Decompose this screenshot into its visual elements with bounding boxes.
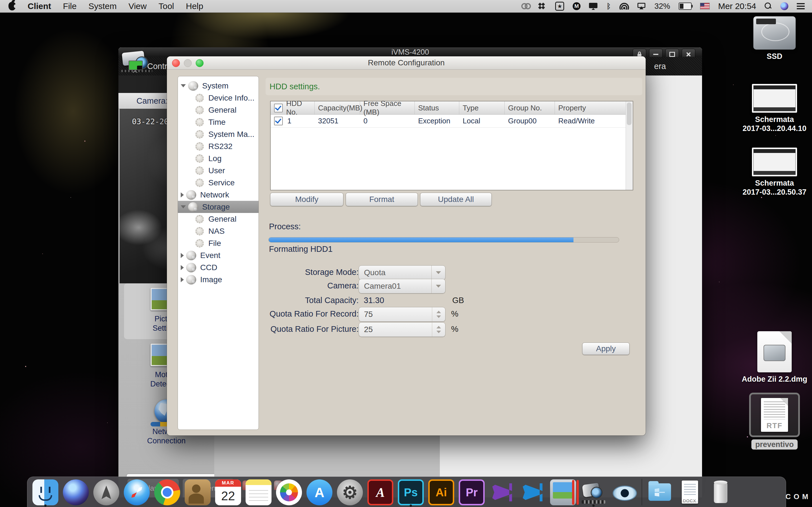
column-header-type[interactable]: Type <box>459 101 505 114</box>
quota-picture-input[interactable]: 25 <box>359 322 446 337</box>
tree-item-rs232[interactable]: RS232 <box>178 140 259 152</box>
dropbox-icon[interactable] <box>539 3 547 10</box>
display-icon[interactable] <box>589 3 598 10</box>
news-icon[interactable]: ★ <box>555 2 564 11</box>
menu-client[interactable]: Client <box>28 1 51 11</box>
camera-select-value: Camera01 <box>364 282 401 291</box>
dock-item-launchpad[interactable] <box>93 480 119 505</box>
dock-item-premiere[interactable]: Pr <box>459 480 485 505</box>
table-scrollbar[interactable] <box>626 101 633 190</box>
battery-icon[interactable] <box>679 3 692 10</box>
desktop-icon-ssd[interactable]: SSD <box>741 16 808 61</box>
tree-item-user[interactable]: User <box>178 165 259 177</box>
tree-caret-icon[interactable] <box>181 205 186 209</box>
bluetooth-icon[interactable]: ᛒ <box>606 3 611 10</box>
dock-item-photos[interactable] <box>276 480 302 505</box>
dock-item-calendar[interactable]: MAR22 <box>215 480 241 505</box>
column-header-free-space-mb-[interactable]: Free Space (MB) <box>360 101 415 114</box>
dock-item-vscode[interactable] <box>520 480 546 505</box>
spinner-arrows-icon[interactable] <box>432 323 445 337</box>
tree-item-general[interactable]: General <box>178 104 259 116</box>
airplay-icon[interactable] <box>638 3 646 10</box>
quota-record-input[interactable]: 75 <box>359 307 446 322</box>
dock-item-chrome[interactable] <box>154 480 180 505</box>
dock-item-illustrator[interactable]: Ai <box>428 480 454 505</box>
update-all-button[interactable]: Update All <box>420 193 492 206</box>
menu-tool[interactable]: Tool <box>158 1 174 11</box>
dock-item-siri[interactable] <box>63 480 89 505</box>
dock-item-eye[interactable] <box>611 480 637 505</box>
apple-menu-icon[interactable] <box>8 2 16 10</box>
macupdate-icon[interactable]: M <box>573 2 580 10</box>
tree-item-file[interactable]: File <box>178 237 259 249</box>
ivms-titlebar[interactable]: iVMS-4200 <box>118 47 702 57</box>
dock-item-acrobat[interactable]: A <box>367 480 393 505</box>
menu-system[interactable]: System <box>89 1 117 11</box>
tree-item-system[interactable]: System <box>178 80 259 92</box>
minimize-traffic-button[interactable] <box>184 59 192 67</box>
tree-item-system-ma-[interactable]: System Ma... <box>178 128 259 140</box>
tab-camera-fragment[interactable]: era <box>654 57 666 75</box>
tree-item-nas[interactable]: NAS <box>178 225 259 237</box>
format-button[interactable]: Format <box>346 193 418 206</box>
dock-item-parallels[interactable] <box>550 480 576 505</box>
dialog-titlebar[interactable]: Remote Configuration <box>167 56 646 69</box>
tree-item-time[interactable]: Time <box>178 116 259 128</box>
notification-center-icon[interactable] <box>797 3 805 9</box>
tree-caret-icon[interactable] <box>181 192 184 198</box>
dock-item-contacts[interactable] <box>185 480 211 505</box>
close-traffic-button[interactable] <box>172 59 180 67</box>
dock-item-sysprefs[interactable]: ⚙ <box>337 480 363 505</box>
dock-item-docx[interactable]: DOCX <box>677 480 703 505</box>
menu-file[interactable]: File <box>63 1 77 11</box>
apply-button[interactable]: Apply <box>582 342 629 355</box>
tree-caret-icon[interactable] <box>181 253 184 258</box>
dock-item-photoshop[interactable]: Ps <box>398 480 424 505</box>
tree-item-general[interactable]: General <box>178 213 259 225</box>
tree-caret-icon[interactable] <box>181 277 184 282</box>
zoom-traffic-button[interactable] <box>196 59 204 67</box>
dock-item-finder[interactable] <box>33 480 58 505</box>
tree-item-log[interactable]: Log <box>178 152 259 165</box>
menu-view[interactable]: View <box>129 1 147 11</box>
row-checkbox[interactable] <box>274 117 283 125</box>
column-header-property[interactable]: Property <box>555 101 626 114</box>
desktop-icon-screenshot-1[interactable]: Schermata2017-03...20.44.10 <box>741 84 808 133</box>
tree-item-ccd[interactable]: CCD <box>178 262 259 274</box>
column-header-status[interactable]: Status <box>415 101 459 114</box>
select-all-checkbox[interactable] <box>274 104 283 112</box>
us-flag-icon[interactable] <box>700 3 710 10</box>
desktop-icon-adobe-zii[interactable]: Adobe Zii 2.2.dmg <box>741 331 808 384</box>
menu-clock[interactable]: Mer 20:54 <box>718 1 756 11</box>
column-header-group-no-[interactable]: Group No. <box>505 101 555 114</box>
spotlight-icon[interactable] <box>765 3 772 10</box>
table-row[interactable]: 1320510ExceptionLocalGroup00Read/Write <box>271 115 633 128</box>
tree-item-service[interactable]: Service <box>178 177 259 189</box>
tree-caret-icon[interactable] <box>181 265 184 270</box>
dock-item-winfolder[interactable] <box>647 480 673 505</box>
tree-item-event[interactable]: Event <box>178 249 259 262</box>
column-header-capacity-mb-[interactable]: Capacity(MB) <box>315 101 360 114</box>
menu-help[interactable]: Help <box>186 1 203 11</box>
dock-item-trash[interactable] <box>708 480 733 505</box>
modify-button[interactable]: Modify <box>270 193 343 206</box>
desktop-icon-screenshot-2[interactable]: Schermata2017-03...20.50.37 <box>741 148 808 196</box>
tree-item-image[interactable]: Image <box>178 274 259 286</box>
dock-item-safari[interactable] <box>124 480 150 505</box>
dock-item-visualstudio[interactable] <box>489 480 515 505</box>
tree-item-device-info-[interactable]: Device Info... <box>178 92 259 104</box>
siri-icon[interactable] <box>780 2 788 10</box>
desktop-icon-preventivo[interactable]: RTFpreventivo <box>741 393 808 450</box>
tree-caret-icon[interactable] <box>181 84 186 87</box>
camera-select[interactable]: Camera01 <box>359 279 446 293</box>
dock-item-ivms[interactable] <box>580 480 606 505</box>
column-header-hdd-no-[interactable]: HDD No. <box>271 101 315 114</box>
storage-mode-select[interactable]: Quota <box>359 265 446 280</box>
dock-item-notes[interactable] <box>246 480 271 505</box>
tree-item-network[interactable]: Network <box>178 189 259 201</box>
wifi-icon[interactable] <box>619 3 629 10</box>
dock-item-appstore[interactable]: A <box>306 480 333 505</box>
spinner-arrows-icon[interactable] <box>432 307 445 321</box>
creative-cloud-icon[interactable] <box>521 3 531 9</box>
tree-item-storage[interactable]: Storage <box>178 201 259 213</box>
